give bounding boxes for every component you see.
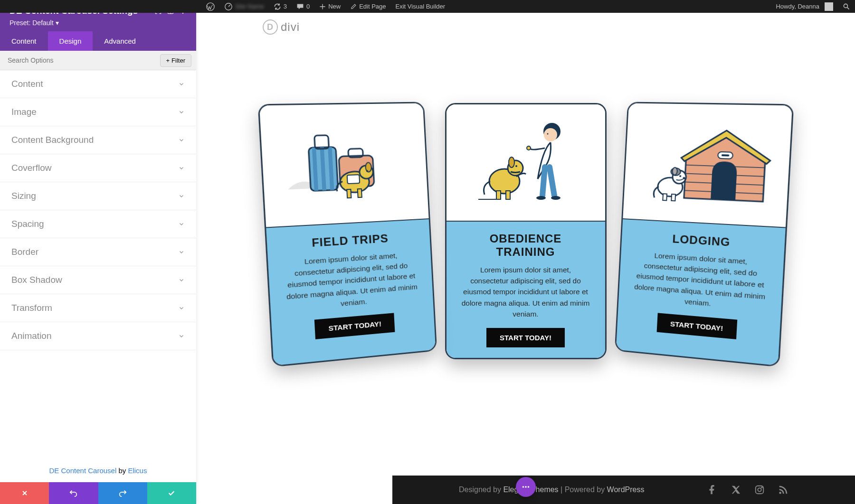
- chevron-down-icon: [178, 193, 185, 199]
- svg-rect-33: [496, 191, 501, 199]
- wp-logo-menu[interactable]: [201, 0, 219, 13]
- design-group-image[interactable]: Image: [0, 98, 196, 126]
- svg-point-28: [551, 196, 560, 200]
- footer-credits: Designed by Elegant Themes | Powered by …: [459, 485, 644, 494]
- rss-icon[interactable]: [778, 485, 788, 495]
- chevron-down-icon: [178, 277, 185, 283]
- svg-point-55: [527, 486, 529, 488]
- group-label: Sizing: [11, 191, 36, 201]
- card-description: Lorem ipsum dolor sit amet, consectetur …: [283, 249, 419, 313]
- design-group-box-shadow[interactable]: Box Shadow: [0, 266, 196, 294]
- svg-point-2: [844, 4, 847, 8]
- plugin-link[interactable]: DE Content Carousel: [49, 467, 117, 475]
- design-group-border[interactable]: Border: [0, 238, 196, 266]
- svg-point-31: [509, 157, 514, 168]
- chevron-down-icon: [178, 109, 185, 115]
- site-header: D divi: [196, 13, 855, 41]
- design-group-content[interactable]: Content: [0, 70, 196, 98]
- carousel-card[interactable]: OBEDIENCE TRAINING Lorem ipsum dolor sit…: [445, 103, 607, 359]
- svg-rect-22: [347, 175, 360, 184]
- instagram-icon[interactable]: [754, 485, 765, 495]
- start-today-button[interactable]: START TODAY!: [486, 328, 565, 347]
- dog-suitcase-icon: [279, 120, 410, 209]
- author-link[interactable]: Elicus: [128, 467, 147, 475]
- chevron-down-icon: [178, 333, 185, 339]
- svg-point-27: [536, 196, 546, 200]
- card-description: Lorem ipsum dolor sit amet, consectetur …: [632, 249, 769, 313]
- card-illustration: [623, 103, 792, 228]
- group-label: Border: [11, 247, 38, 257]
- account-menu[interactable]: Howdy, Deanna: [771, 0, 838, 13]
- new-content-menu[interactable]: New: [314, 0, 345, 13]
- cms-link[interactable]: WordPress: [607, 485, 645, 494]
- cancel-button[interactable]: [0, 482, 49, 504]
- group-label: Spacing: [11, 219, 44, 229]
- preset-selector[interactable]: Preset: Default ▾: [10, 19, 187, 27]
- tab-content[interactable]: Content: [0, 31, 48, 51]
- svg-point-44: [672, 168, 677, 175]
- settings-tabs: Content Design Advanced: [0, 31, 196, 51]
- design-groups-list: ContentImageContent BackgroundCoverflowS…: [0, 70, 196, 459]
- svg-point-26: [527, 146, 531, 150]
- svg-point-51: [761, 487, 762, 488]
- svg-rect-40: [721, 155, 729, 157]
- plus-icon: [319, 3, 326, 10]
- svg-point-25: [547, 133, 548, 135]
- chevron-down-icon: ▾: [56, 19, 59, 27]
- x-twitter-icon[interactable]: [731, 485, 741, 495]
- group-label: Image: [11, 107, 37, 117]
- group-label: Content: [11, 79, 43, 89]
- card-description: Lorem ipsum dolor sit amet, consectetur …: [461, 264, 591, 319]
- divi-logo[interactable]: D divi: [263, 19, 300, 35]
- group-label: Animation: [11, 331, 52, 341]
- comment-icon: [296, 3, 304, 10]
- chevron-down-icon: [178, 221, 185, 227]
- chevron-down-icon: [178, 305, 185, 311]
- chevron-down-icon: [178, 137, 185, 143]
- builder-fab-button[interactable]: [516, 477, 536, 497]
- avatar-icon: [825, 2, 833, 11]
- search-toggle[interactable]: [838, 0, 855, 13]
- undo-button[interactable]: [49, 482, 98, 504]
- chevron-down-icon: [178, 81, 185, 87]
- card-body: FIELD TRIPS Lorem ipsum dolor sit amet, …: [266, 219, 436, 365]
- redo-button[interactable]: [98, 482, 147, 504]
- group-label: Coverflow: [11, 163, 51, 173]
- group-label: Box Shadow: [11, 275, 62, 285]
- edit-page-menu[interactable]: Edit Page: [345, 0, 390, 13]
- svg-point-32: [515, 165, 517, 167]
- card-illustration: [446, 104, 605, 222]
- tab-design[interactable]: Design: [48, 31, 93, 51]
- facebook-icon[interactable]: [707, 485, 717, 495]
- carousel-card[interactable]: FIELD TRIPS Lorem ipsum dolor sit amet, …: [257, 102, 437, 367]
- plus-icon: +: [166, 57, 170, 64]
- svg-rect-48: [671, 195, 675, 201]
- group-label: Content Background: [11, 135, 94, 145]
- search-row: +Filter: [0, 51, 196, 70]
- design-group-spacing[interactable]: Spacing: [0, 210, 196, 238]
- design-group-coverflow[interactable]: Coverflow: [0, 154, 196, 182]
- group-label: Transform: [11, 303, 52, 313]
- card-title: OBEDIENCE TRAINING: [461, 232, 591, 259]
- content-carousel: FIELD TRIPS Lorem ipsum dolor sit amet, …: [196, 41, 855, 388]
- chevron-down-icon: [178, 249, 185, 255]
- plugin-credit: DE Content Carousel by Elicus: [0, 459, 196, 482]
- card-illustration: [259, 103, 429, 228]
- design-group-sizing[interactable]: Sizing: [0, 182, 196, 210]
- tab-advanced[interactable]: Advanced: [93, 31, 147, 51]
- updates-menu[interactable]: 3: [269, 0, 292, 13]
- carousel-card[interactable]: LODGING Lorem ipsum dolor sit amet, cons…: [614, 102, 794, 367]
- design-group-content-background[interactable]: Content Background: [0, 126, 196, 154]
- search-options-input[interactable]: [0, 51, 160, 70]
- footer-social-icons: [707, 485, 788, 495]
- site-menu[interactable]: Site Name: [219, 0, 269, 13]
- save-button[interactable]: [147, 482, 196, 504]
- svg-point-52: [779, 492, 781, 494]
- start-today-button[interactable]: START TODAY!: [314, 313, 395, 340]
- comments-menu[interactable]: 0: [292, 0, 314, 13]
- exit-builder-link[interactable]: Exit Visual Builder: [391, 0, 450, 13]
- design-group-animation[interactable]: Animation: [0, 322, 196, 350]
- filter-button[interactable]: +Filter: [160, 54, 191, 67]
- start-today-button[interactable]: START TODAY!: [656, 313, 738, 340]
- design-group-transform[interactable]: Transform: [0, 294, 196, 322]
